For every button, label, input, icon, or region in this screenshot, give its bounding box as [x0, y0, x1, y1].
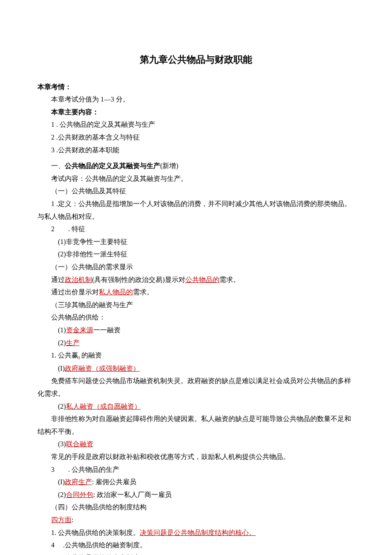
text: (2): [58, 491, 66, 498]
text: (I): [58, 478, 65, 485]
subheading: （三珍其物品的融资与生产: [37, 299, 355, 311]
production-item: (I)政府生产: 雇佣公共雇员: [37, 476, 355, 488]
toc-item: 2 .公共财政的基本含义与特征: [37, 131, 355, 144]
public-goods-link: 公共物品的: [185, 276, 219, 283]
gov-financing-link: 政府融资（或强制融资）: [65, 365, 140, 372]
financing-item: (I)政府融资（或强制融资）: [37, 362, 355, 375]
funding-source-link: 资金来源: [66, 326, 93, 334]
exam-situation-header: 本章考情：: [37, 81, 355, 93]
institution-item: 1. 公共物品供给的决策制度。决策问题是公共物品制度结构的核心。: [37, 526, 355, 539]
subheading: （一）公共物品及其特征: [37, 185, 355, 198]
financing-item: (2)私人融资（或自愿融资）: [37, 400, 355, 413]
heading-prefix: 一、: [51, 162, 65, 169]
financing-body: 非排他性称为对自愿融资起障碍作用的关键因素。私人融资的缺点是可能导致公共物品的数…: [37, 413, 355, 438]
text: 需求。: [133, 288, 153, 296]
production-header: 3 . 公共物品的生产: [37, 463, 355, 476]
text: 一一融资: [93, 326, 121, 334]
outsourcing-link: 合同外包: [66, 491, 93, 498]
institution-item: 5 .公共物品供给的生产制度。: [37, 552, 355, 555]
four-aspects-line: 四方面:: [37, 514, 355, 526]
financing-body: 常见的手段是政府以财政补贴和税收优惠等方式，鼓励私人机构提供公共物品。: [37, 450, 355, 463]
four-aspects-link: 四方面: [51, 516, 72, 523]
joint-financing-link: 联合融资: [66, 440, 93, 447]
exam-content-line: 考试内容：公共物品的定义及其融资与生产。: [37, 172, 355, 185]
supply-item: (1)资金来源一一融资: [37, 324, 355, 337]
text: : 雇佣公共雇员: [92, 478, 136, 485]
private-goods-link: 私人物品的: [99, 288, 133, 296]
heading-tail: (新增): [160, 162, 179, 169]
political-mechanism-link: 政治机制: [65, 276, 92, 283]
chapter-title: 第九章公共物品与财政职能: [37, 51, 355, 69]
feature-item: (1)非竞争性一主要特征: [37, 235, 355, 248]
financing-header: 1. 公共赢I 的融资: [37, 349, 355, 362]
document-page: 第九章公共物品与财政职能 本章考情： 本章考试分值为 1—3 分。 本章主要内容…: [0, 0, 392, 555]
text: (I): [58, 365, 65, 372]
production-item: (2)合同外包: 政治家一私人厂商一雇员: [37, 488, 355, 501]
financing-item: (3)联合融资: [37, 438, 355, 450]
text: 1. 公共物品供给的决策制度。: [51, 529, 140, 536]
text: (3): [58, 440, 66, 447]
institution-item: 4 .公共物品供给的融资制度。: [37, 539, 355, 552]
text: 需求。: [219, 276, 240, 283]
financing-body: 免费搭车问题使公共物品市场融资机制失灵。政府融资的缺点是难以满足社会成员对公共物…: [37, 375, 355, 400]
text: (2): [58, 403, 66, 410]
text: 通过: [51, 276, 65, 283]
text: (2): [58, 339, 66, 346]
text: (1): [58, 326, 66, 334]
production-link: 生产: [66, 339, 80, 346]
decision-core-link: 决策问题是公共物品制度结构的核心。: [140, 529, 256, 536]
supply-item: (2)生产: [37, 337, 355, 349]
feature-item: (2)非排他性一派生特征: [37, 248, 355, 261]
text: 通过出价显示对: [51, 288, 99, 296]
toc-item: 1 . 公共物品的定义及其融资与生产: [37, 118, 355, 131]
text: 1. 公共赢: [51, 352, 78, 359]
private-financing-link: 私人融资（或自愿融资）: [66, 403, 141, 410]
text: :: [72, 516, 73, 523]
demand-line: 通过出价显示对私人物品的需求。: [37, 286, 355, 299]
gov-production-link: 政府生产: [65, 478, 92, 485]
main-content-header: 本章主要内容：: [37, 106, 355, 119]
institutional-header: （四）公共物品供给的制度结构: [37, 501, 355, 514]
text: : 政治家一私人厂商一雇员: [93, 491, 172, 498]
definition-paragraph: 1 .定义：公共物品是指增加一个人对该物品的消费，并不同时减少其他人对该物品消费…: [37, 198, 355, 223]
demand-line: 通过政治机制(具有强制性的政治交易)显示对公共物品的需求。: [37, 273, 355, 286]
exam-score-line: 本章考试分值为 1—3 分。: [37, 93, 355, 106]
text: (具有强制性的政治交易)显示对: [92, 276, 185, 283]
heading-bold: 公共物品的定义及其融资与生产: [65, 162, 160, 169]
text: 的融资: [80, 352, 102, 359]
supply-header: 公共物品的供给：: [37, 311, 355, 324]
subheading: （一）公共物品的需求显示: [37, 261, 355, 273]
section-heading: 一、公共物品的定义及其融资与生产(新增): [37, 160, 355, 172]
toc-item: 3 .公共财政的基本职能: [37, 144, 355, 157]
definition-text: 1 .定义：公共物品是指增加一个人对该物品的消费，并不同时减少其他人对该物品消费…: [37, 200, 351, 220]
features-header: 2 . 特征: [37, 223, 355, 235]
